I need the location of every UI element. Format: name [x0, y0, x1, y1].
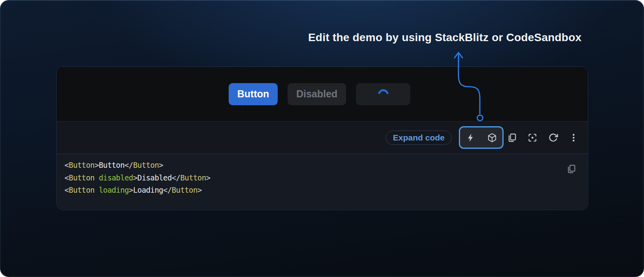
code-token: < — [64, 173, 69, 182]
expand-code-button[interactable]: Expand code — [386, 131, 452, 145]
stackblitz-button[interactable] — [466, 133, 476, 143]
code-line: <Button>Button</Button> — [64, 159, 560, 172]
code-token: > — [129, 186, 133, 194]
editor-links-group — [459, 126, 504, 149]
copy-demo-button[interactable] — [507, 133, 517, 143]
code-token: </ — [125, 161, 133, 169]
code-token: Disabled — [137, 173, 172, 182]
refresh-demo-button[interactable] — [548, 133, 558, 143]
code-token: > — [95, 161, 99, 169]
code-token: </ — [163, 186, 172, 194]
code-token: Button — [133, 161, 159, 169]
code-token: Button — [69, 161, 95, 169]
code-token: Button — [99, 161, 125, 169]
isolate-demo-button[interactable] — [527, 133, 538, 143]
stackblitz-lightning-icon — [466, 133, 475, 142]
more-options-button[interactable] — [568, 133, 579, 143]
codesandbox-button[interactable] — [487, 133, 497, 143]
code-token: > — [159, 161, 163, 169]
code-line: <Button disabled>Disabled</Button> — [64, 172, 560, 184]
code-block: <Button>Button</Button> <Button disabled… — [57, 154, 588, 210]
code-token: Button — [69, 186, 95, 194]
isolate-demo-icon — [527, 133, 538, 143]
code-token — [95, 186, 99, 194]
code-token: > — [197, 186, 202, 194]
demo-card: Button Disabled Expand code — [56, 66, 588, 210]
code-token: < — [64, 186, 69, 194]
demo-toolbar: Expand code — [57, 121, 588, 154]
code-token — [95, 173, 99, 182]
code-token: Loading — [133, 186, 163, 194]
demo-button-disabled[interactable]: Disabled — [288, 83, 346, 105]
code-token: Button — [69, 173, 95, 182]
demo-button-loading[interactable] — [356, 83, 410, 105]
code-token: </ — [172, 173, 180, 182]
code-token: > — [133, 173, 137, 182]
demo-button-primary[interactable]: Button — [229, 83, 278, 105]
code-token: Button — [172, 186, 197, 194]
screenshot-background: Edit the demo by using StackBlitz or Cod… — [0, 0, 644, 277]
code-token: disabled — [99, 173, 133, 182]
code-line: <Button loading>Loading</Button> — [64, 184, 560, 197]
demo-preview: Button Disabled — [57, 67, 588, 121]
code-token: Button — [180, 173, 206, 182]
codesandbox-cube-icon — [487, 133, 497, 143]
loading-spinner-icon — [378, 87, 389, 98]
refresh-icon — [548, 133, 558, 142]
copy-icon — [566, 164, 576, 174]
copy-icon — [507, 133, 517, 143]
code-token: > — [206, 173, 210, 182]
annotation-title: Edit the demo by using StackBlitz or Cod… — [308, 31, 581, 44]
copy-code-button[interactable] — [566, 164, 576, 175]
code-token: < — [64, 161, 69, 169]
code-token: loading — [99, 186, 129, 194]
more-vertical-icon — [568, 133, 579, 143]
